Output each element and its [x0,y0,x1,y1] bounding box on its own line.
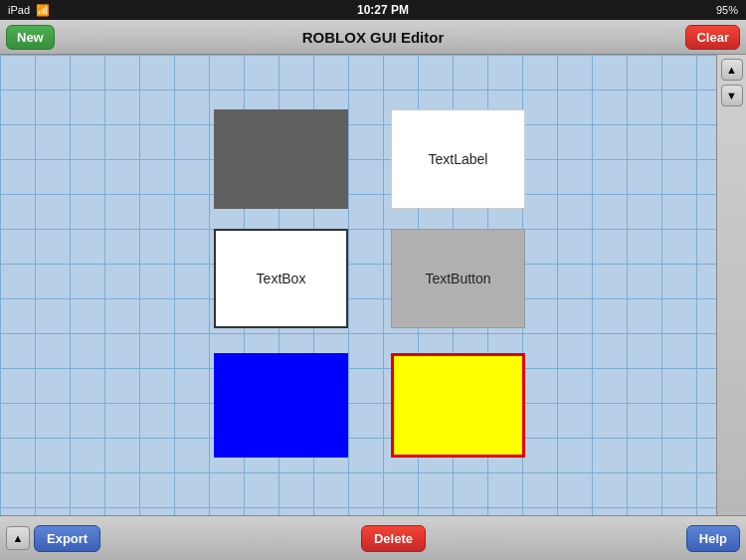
battery-label: 95% [716,4,738,16]
ipad-label: iPad [8,4,30,16]
status-left: iPad 📶 [8,4,50,17]
textbox-element[interactable]: TextBox [214,229,348,328]
wifi-icon: 📶 [36,4,50,17]
bottom-toolbar: ▲ Export Delete Help [0,515,746,560]
blue-box-element[interactable] [214,353,348,458]
status-bar: iPad 📶 10:27 PM 95% [0,0,746,20]
canvas-area[interactable]: TextLabel TextBox TextButton [0,55,716,515]
right-panel-down-button[interactable]: ▼ [721,85,743,106]
textbutton-text: TextButton [425,271,490,286]
textbox-text: TextBox [257,271,306,286]
toolbar-title: ROBLOX GUI Editor [302,29,445,46]
scroll-up-button[interactable]: ▲ [6,526,30,550]
bottom-left-arrows: ▲ Export [6,525,100,552]
textbutton-element[interactable]: TextButton [391,229,525,328]
delete-button[interactable]: Delete [361,525,426,552]
right-panel-up-button[interactable]: ▲ [721,59,743,81]
status-time: 10:27 PM [357,3,409,17]
export-button[interactable]: Export [34,525,100,552]
clear-button[interactable]: Clear [685,25,740,50]
right-panel: ▲ ▼ [716,55,746,515]
gray-box-element[interactable] [214,109,348,209]
status-right: 95% [716,4,738,16]
toolbar: New ROBLOX GUI Editor Clear [0,20,746,55]
new-button[interactable]: New [6,25,55,50]
textlabel-element[interactable]: TextLabel [391,109,525,209]
textlabel-text: TextLabel [429,151,488,167]
help-button[interactable]: Help [686,525,740,552]
yellow-box-element[interactable] [391,353,525,458]
